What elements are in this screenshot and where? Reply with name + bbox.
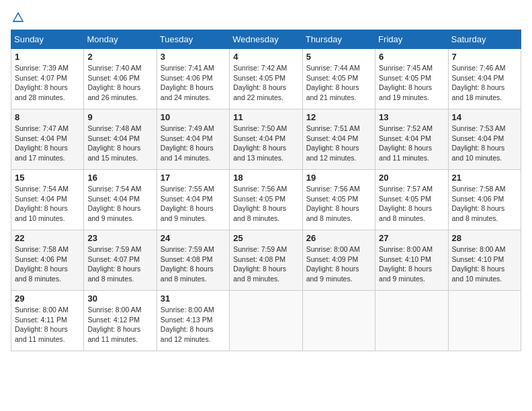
weekday-header-wednesday: Wednesday [230, 30, 302, 49]
calendar-cell: 30 Sunrise: 8:00 AM Sunset: 4:12 PM Dayl… [84, 291, 157, 351]
calendar-cell [230, 291, 302, 351]
day-info: Sunrise: 7:54 AM Sunset: 4:04 PM Dayligh… [15, 184, 80, 224]
day-info: Sunrise: 7:45 AM Sunset: 4:05 PM Dayligh… [379, 63, 444, 103]
day-info: Sunrise: 7:58 AM Sunset: 4:06 PM Dayligh… [452, 184, 517, 224]
day-number: 31 [161, 293, 226, 304]
day-number: 4 [233, 52, 298, 62]
day-info: Sunrise: 7:40 AM Sunset: 4:06 PM Dayligh… [87, 63, 152, 103]
calendar-cell: 26 Sunrise: 8:00 AM Sunset: 4:09 PM Dayl… [302, 230, 375, 291]
calendar-cell: 24 Sunrise: 7:59 AM Sunset: 4:08 PM Dayl… [157, 230, 229, 291]
day-info: Sunrise: 7:47 AM Sunset: 4:04 PM Dayligh… [15, 124, 80, 163]
day-info: Sunrise: 7:42 AM Sunset: 4:05 PM Dayligh… [233, 63, 298, 103]
day-number: 24 [161, 233, 226, 243]
day-number: 30 [87, 293, 152, 304]
calendar-cell: 19 Sunrise: 7:56 AM Sunset: 4:05 PM Dayl… [302, 170, 375, 230]
calendar-cell: 8 Sunrise: 7:47 AM Sunset: 4:04 PM Dayli… [11, 109, 84, 170]
weekday-header-friday: Friday [375, 30, 448, 49]
day-info: Sunrise: 7:55 AM Sunset: 4:04 PM Dayligh… [161, 184, 226, 224]
calendar-week-3: 15 Sunrise: 7:54 AM Sunset: 4:04 PM Dayl… [11, 170, 521, 230]
day-number: 17 [161, 173, 226, 183]
day-info: Sunrise: 7:50 AM Sunset: 4:04 PM Dayligh… [233, 124, 298, 163]
calendar-cell: 4 Sunrise: 7:42 AM Sunset: 4:05 PM Dayli… [230, 49, 302, 109]
calendar-cell: 27 Sunrise: 8:00 AM Sunset: 4:10 PM Dayl… [375, 230, 448, 291]
day-number: 8 [15, 112, 80, 122]
day-number: 9 [87, 112, 152, 122]
calendar-cell: 5 Sunrise: 7:44 AM Sunset: 4:05 PM Dayli… [302, 49, 375, 109]
day-number: 29 [15, 293, 80, 304]
day-info: Sunrise: 7:58 AM Sunset: 4:06 PM Dayligh… [15, 244, 80, 284]
day-number: 7 [452, 52, 517, 62]
calendar-cell: 7 Sunrise: 7:46 AM Sunset: 4:04 PM Dayli… [448, 49, 521, 109]
day-info: Sunrise: 7:51 AM Sunset: 4:04 PM Dayligh… [306, 124, 371, 163]
calendar-cell: 11 Sunrise: 7:50 AM Sunset: 4:04 PM Dayl… [230, 109, 302, 170]
day-number: 23 [87, 233, 152, 243]
calendar-cell [448, 291, 521, 351]
weekday-header-saturday: Saturday [448, 30, 521, 49]
day-number: 27 [379, 233, 444, 243]
day-number: 5 [306, 52, 371, 62]
weekday-header-sunday: Sunday [11, 30, 84, 49]
day-info: Sunrise: 8:00 AM Sunset: 4:10 PM Dayligh… [379, 244, 444, 284]
calendar-cell: 17 Sunrise: 7:55 AM Sunset: 4:04 PM Dayl… [157, 170, 229, 230]
day-info: Sunrise: 8:00 AM Sunset: 4:09 PM Dayligh… [306, 244, 371, 284]
calendar-week-2: 8 Sunrise: 7:47 AM Sunset: 4:04 PM Dayli… [11, 109, 521, 170]
weekday-header-thursday: Thursday [302, 30, 375, 49]
day-info: Sunrise: 8:00 AM Sunset: 4:13 PM Dayligh… [161, 305, 226, 345]
day-info: Sunrise: 7:52 AM Sunset: 4:04 PM Dayligh… [379, 124, 444, 163]
day-number: 21 [452, 173, 517, 183]
calendar-cell: 22 Sunrise: 7:58 AM Sunset: 4:06 PM Dayl… [11, 230, 84, 291]
calendar-cell: 13 Sunrise: 7:52 AM Sunset: 4:04 PM Dayl… [375, 109, 448, 170]
day-info: Sunrise: 7:59 AM Sunset: 4:08 PM Dayligh… [161, 244, 226, 284]
day-info: Sunrise: 8:00 AM Sunset: 4:11 PM Dayligh… [15, 305, 80, 345]
calendar-cell: 1 Sunrise: 7:39 AM Sunset: 4:07 PM Dayli… [11, 49, 84, 109]
calendar-cell: 25 Sunrise: 7:59 AM Sunset: 4:08 PM Dayl… [230, 230, 302, 291]
day-info: Sunrise: 7:59 AM Sunset: 4:08 PM Dayligh… [233, 244, 298, 284]
day-number: 19 [306, 173, 371, 183]
day-number: 25 [233, 233, 298, 243]
calendar-table: SundayMondayTuesdayWednesdayThursdayFrid… [11, 30, 521, 351]
weekday-header-tuesday: Tuesday [157, 30, 229, 49]
calendar-cell: 10 Sunrise: 7:49 AM Sunset: 4:04 PM Dayl… [157, 109, 229, 170]
day-info: Sunrise: 7:56 AM Sunset: 4:05 PM Dayligh… [233, 184, 298, 224]
calendar-cell: 9 Sunrise: 7:48 AM Sunset: 4:04 PM Dayli… [84, 109, 157, 170]
day-number: 20 [379, 173, 444, 183]
calendar-cell [302, 291, 375, 351]
calendar-cell: 21 Sunrise: 7:58 AM Sunset: 4:06 PM Dayl… [448, 170, 521, 230]
calendar-cell: 15 Sunrise: 7:54 AM Sunset: 4:04 PM Dayl… [11, 170, 84, 230]
calendar-cell: 31 Sunrise: 8:00 AM Sunset: 4:13 PM Dayl… [157, 291, 229, 351]
calendar-cell: 20 Sunrise: 7:57 AM Sunset: 4:05 PM Dayl… [375, 170, 448, 230]
calendar-cell: 12 Sunrise: 7:51 AM Sunset: 4:04 PM Dayl… [302, 109, 375, 170]
day-number: 12 [306, 112, 371, 122]
day-info: Sunrise: 7:59 AM Sunset: 4:07 PM Dayligh… [87, 244, 152, 284]
calendar-cell: 6 Sunrise: 7:45 AM Sunset: 4:05 PM Dayli… [375, 49, 448, 109]
calendar-week-5: 29 Sunrise: 8:00 AM Sunset: 4:11 PM Dayl… [11, 291, 521, 351]
day-number: 14 [452, 112, 517, 122]
logo-icon [11, 11, 25, 24]
day-info: Sunrise: 7:41 AM Sunset: 4:06 PM Dayligh… [161, 63, 226, 103]
calendar-cell: 2 Sunrise: 7:40 AM Sunset: 4:06 PM Dayli… [84, 49, 157, 109]
calendar-cell [375, 291, 448, 351]
calendar-week-1: 1 Sunrise: 7:39 AM Sunset: 4:07 PM Dayli… [11, 49, 521, 109]
day-number: 6 [379, 52, 444, 62]
calendar-week-4: 22 Sunrise: 7:58 AM Sunset: 4:06 PM Dayl… [11, 230, 521, 291]
day-number: 18 [233, 173, 298, 183]
day-number: 1 [15, 52, 80, 62]
day-number: 22 [15, 233, 80, 243]
day-number: 15 [15, 173, 80, 183]
day-number: 26 [306, 233, 371, 243]
calendar-cell: 16 Sunrise: 7:54 AM Sunset: 4:04 PM Dayl… [84, 170, 157, 230]
logo [11, 11, 26, 24]
day-info: Sunrise: 7:44 AM Sunset: 4:05 PM Dayligh… [306, 63, 371, 103]
day-info: Sunrise: 7:57 AM Sunset: 4:05 PM Dayligh… [379, 184, 444, 224]
day-info: Sunrise: 7:56 AM Sunset: 4:05 PM Dayligh… [306, 184, 371, 224]
calendar-cell: 28 Sunrise: 8:00 AM Sunset: 4:10 PM Dayl… [448, 230, 521, 291]
calendar-cell: 14 Sunrise: 7:53 AM Sunset: 4:04 PM Dayl… [448, 109, 521, 170]
day-number: 13 [379, 112, 444, 122]
day-info: Sunrise: 7:53 AM Sunset: 4:04 PM Dayligh… [452, 124, 517, 163]
calendar-cell: 23 Sunrise: 7:59 AM Sunset: 4:07 PM Dayl… [84, 230, 157, 291]
calendar-cell: 18 Sunrise: 7:56 AM Sunset: 4:05 PM Dayl… [230, 170, 302, 230]
day-number: 16 [87, 173, 152, 183]
day-number: 2 [87, 52, 152, 62]
calendar-cell: 3 Sunrise: 7:41 AM Sunset: 4:06 PM Dayli… [157, 49, 229, 109]
day-number: 10 [161, 112, 226, 122]
